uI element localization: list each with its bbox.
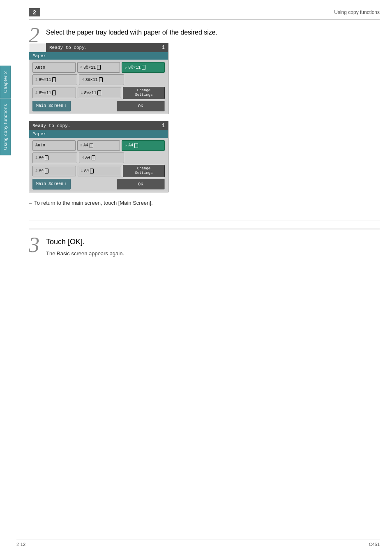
tray1-btn-2[interactable]: 1 A4 <box>32 153 77 163</box>
machine-row-1-4: Main Screen ↑ OK <box>32 101 165 111</box>
tray-usb-btn-1[interactable]: ⬦ 8½×11 <box>122 62 165 73</box>
auto-btn-2[interactable]: Auto <box>32 140 76 151</box>
change-settings-btn-2[interactable]: ChangeSettings <box>123 165 165 177</box>
main-screen-btn-2[interactable]: Main Screen ↑ <box>32 179 71 190</box>
machine-row-1-1: Auto 3 8½×11 ⬦ 8½×11 <box>32 62 165 73</box>
step3-number: 3 <box>29 238 39 256</box>
paper-icon-2-2 <box>45 169 48 173</box>
step2-content: 2 Select the paper tray loaded with pape… <box>29 28 380 212</box>
using-tab: Using copy functions <box>0 99 11 155</box>
paper-icon-L-2 <box>90 169 94 173</box>
spacer-2-2 <box>126 153 165 163</box>
step3-text-content: Touch [OK]. The Basic screen appears aga… <box>29 238 380 258</box>
paper-icon-4-1 <box>99 77 103 82</box>
paper-icon-3-1 <box>97 65 101 70</box>
machine-grid-1: Auto 3 8½×11 ⬦ 8½×11 <box>29 60 168 114</box>
machine-row-2-2: 1 A4 4 A4 <box>32 153 165 163</box>
tray4-btn-2[interactable]: 4 A4 <box>79 153 124 163</box>
paper-icon-usb-1 <box>142 65 145 70</box>
machine-status-2: Ready to copy. <box>32 123 70 128</box>
page-number: 2-12 <box>16 542 25 547</box>
trayL-btn-1[interactable]: L 8½×11 <box>78 88 121 98</box>
step2-title: Select the paper tray loaded with paper … <box>29 28 380 37</box>
chapter-number: 2 <box>33 9 36 16</box>
main-content: 2 Using copy functions 2 Select the pape… <box>16 0 392 270</box>
header-row: 2 Using copy functions <box>29 8 380 20</box>
machine-status-1: Ready to copy. <box>49 45 87 50</box>
step3-description: The Basic screen appears again. <box>29 250 380 258</box>
step2-note: To return to the main screen, touch [Mai… <box>29 199 380 207</box>
chapter-tab: Chapter 2 <box>0 66 11 98</box>
trayL-btn-2[interactable]: L A4 <box>78 166 121 176</box>
arrow-icon-1: ↑ <box>65 104 67 108</box>
machine-row-1-3: 2 8½×11 L 8½×11 ChangeSettings <box>32 87 165 99</box>
machine-panel-1: Ready to copy. 1 Paper Auto 3 8½×11 <box>29 43 168 114</box>
spacer-1-4 <box>72 101 115 111</box>
machine-row-1-2: 1 8½×11 4 8½×11 <box>32 74 165 85</box>
tray2-btn-1[interactable]: 2 8½×11 <box>32 88 76 98</box>
paper-icon-L-1 <box>97 90 101 95</box>
machine-counter-2: 1 <box>162 123 165 129</box>
using-tab-label: Using copy functions <box>3 104 8 150</box>
tray3-btn-2[interactable]: 3 A4 <box>77 140 120 151</box>
spacer-1-2 <box>126 74 165 85</box>
tray-usb-btn-2[interactable]: ⬦ A4 <box>122 140 165 151</box>
usb-icon-1: ⬦ <box>125 65 127 70</box>
machine-counter-1: 1 <box>162 45 165 51</box>
page-footer: 2-12 C451 <box>16 539 380 547</box>
paper-icon-usb-2 <box>134 143 138 148</box>
machine-section-2: Paper <box>29 130 168 138</box>
paper-icon-1-2 <box>45 155 48 160</box>
machine-header-1: Ready to copy. 1 <box>46 43 168 52</box>
main-screen-btn-1[interactable]: Main Screen ↑ <box>32 101 71 111</box>
auto-btn-1[interactable]: Auto <box>32 62 76 73</box>
tray2-btn-2[interactable]: 2 A4 <box>32 166 76 176</box>
step3-section: 3 Touch [OK]. The Basic screen appears a… <box>29 229 380 258</box>
machine-grid-2: Auto 3 A4 ⬦ A4 <box>29 138 168 192</box>
machine-panel-2: Ready to copy. 1 Paper Auto 3 A4 <box>29 121 168 192</box>
paper-icon-3-2 <box>90 143 93 148</box>
change-settings-btn-1[interactable]: ChangeSettings <box>123 87 165 99</box>
step2-section: 2 Select the paper tray loaded with pape… <box>29 28 380 220</box>
machine-header-2: Ready to copy. 1 <box>29 121 168 130</box>
machine-row-2-3: 2 A4 L A4 ChangeSettings <box>32 165 165 177</box>
side-tabs: Chapter 2 Using copy functions <box>0 66 11 155</box>
paper-icon-2-1 <box>52 90 56 95</box>
paper-icon-1-1 <box>52 77 56 82</box>
step2-number: 2 <box>29 28 39 46</box>
chapter-tab-label: Chapter 2 <box>3 71 8 93</box>
spacer-2-4 <box>72 179 115 190</box>
page-model: C451 <box>369 542 380 547</box>
tray4-btn-1[interactable]: 4 8½×11 <box>79 74 124 85</box>
usb-icon-2: ⬦ <box>125 143 127 148</box>
machine-row-2-4: Main Screen ↑ OK <box>32 179 165 190</box>
ok-btn-1[interactable]: OK <box>117 101 165 111</box>
tray1-btn-1[interactable]: 1 8½×11 <box>32 74 77 85</box>
paper-icon-4-2 <box>92 155 95 160</box>
header-right-text: Using copy functions <box>334 9 380 15</box>
step3-content: 3 Touch [OK]. The Basic screen appears a… <box>29 238 380 258</box>
tray3-btn-1[interactable]: 3 8½×11 <box>77 62 120 73</box>
machine-row-2-1: Auto 3 A4 ⬦ A4 <box>32 140 165 151</box>
step3-title: Touch [OK]. <box>29 238 380 246</box>
machine-section-1: Paper <box>29 52 168 60</box>
chapter-number-box: 2 <box>29 8 40 16</box>
arrow-icon-2: ↑ <box>65 182 67 186</box>
ok-btn-2[interactable]: OK <box>117 179 165 190</box>
